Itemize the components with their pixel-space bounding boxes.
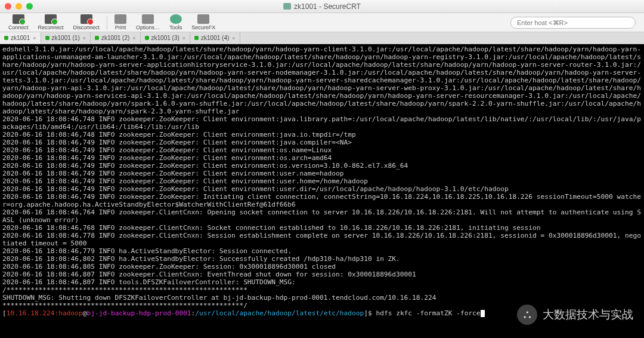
close-tab-icon[interactable]: × <box>33 35 36 41</box>
prompt: [10.16.18.224:hadoop@bj-jd-backup-hdp-pr… <box>2 309 485 317</box>
securefx-icon <box>197 14 209 24</box>
watermark-icon: ∴ <box>517 305 537 325</box>
watermark: ∴ 大数据技术与实战 <box>517 305 633 325</box>
terminal-output: edshell-3.1.0.jar:/usr/local/apache/hado… <box>2 45 641 309</box>
prompt-hostname: bj-jd-backup-hdp-prod-0001 <box>86 309 191 317</box>
prompt-path: /usr/local/apache/hadoop/latest/etc/hado… <box>195 309 364 317</box>
tools-icon <box>170 14 182 24</box>
host-input[interactable] <box>510 17 636 29</box>
separator <box>107 16 107 30</box>
disconnect-button[interactable]: Disconnect <box>69 13 105 32</box>
close-window-icon[interactable] <box>5 3 11 10</box>
toolbar: Connect Reconnect Disconnect Print Optio… <box>0 13 644 32</box>
watermark-text: 大数据技术与实战 <box>543 307 633 322</box>
close-tab-icon[interactable]: × <box>232 35 235 41</box>
status-dot-icon <box>194 36 199 40</box>
window-title: zk1001 - SecureCRT <box>283 2 361 11</box>
tab-zk1001-2[interactable]: zk1001 (2)× <box>91 32 141 44</box>
tab-zk1001-3[interactable]: zk1001 (3)× <box>141 32 191 44</box>
close-tab-icon[interactable]: × <box>132 35 135 41</box>
tab-zk1001[interactable]: zk1001× <box>0 32 41 44</box>
window-title-text: zk1001 - SecureCRT <box>294 2 361 11</box>
status-dot-icon <box>4 36 8 40</box>
tab-zk1001-4[interactable]: zk1001 (4)× <box>190 32 240 44</box>
close-tab-icon[interactable]: × <box>83 35 86 41</box>
titlebar: zk1001 - SecureCRT <box>0 0 644 13</box>
print-button[interactable]: Print <box>110 13 131 32</box>
connect-button[interactable]: Connect <box>4 13 33 32</box>
gear-icon <box>142 14 154 24</box>
tools-button[interactable]: Tools <box>165 13 187 32</box>
cursor <box>481 310 485 317</box>
status-dot-icon <box>45 36 49 40</box>
tab-zk1001-1[interactable]: zk1001 (1)× <box>41 32 91 44</box>
prompt-host: 10.16.18.224:hadoop <box>7 309 83 317</box>
print-icon <box>114 14 126 24</box>
command-text: hdfs zkfc -formatZK -force <box>376 309 480 317</box>
app-icon <box>283 3 291 10</box>
options-button[interactable]: Options… <box>131 13 165 32</box>
maximize-window-icon[interactable] <box>26 3 33 10</box>
close-tab-icon[interactable]: × <box>182 35 185 41</box>
reconnect-button[interactable]: Reconnect <box>33 13 69 32</box>
tab-row: zk1001× zk1001 (1)× zk1001 (2)× zk1001 (… <box>0 32 644 44</box>
disconnect-icon <box>80 14 92 24</box>
securefx-button[interactable]: SecureFX <box>187 13 220 32</box>
status-dot-icon <box>95 36 99 40</box>
minimize-window-icon[interactable] <box>16 3 22 10</box>
status-dot-icon <box>145 36 149 40</box>
window-controls <box>5 3 33 10</box>
terminal[interactable]: edshell-3.1.0.jar:/usr/local/apache/hado… <box>0 44 644 338</box>
connect-icon <box>13 14 24 24</box>
reconnect-icon <box>45 14 57 24</box>
host-input-container <box>510 17 636 29</box>
